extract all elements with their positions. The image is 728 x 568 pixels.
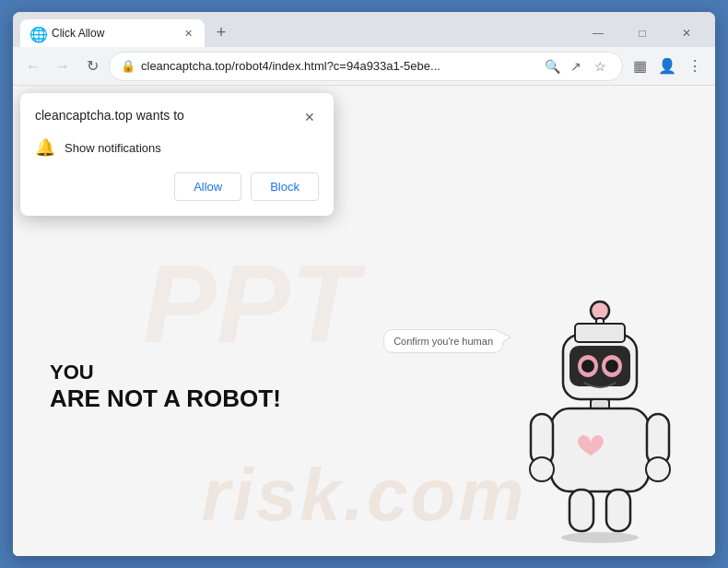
maximize-button[interactable]: □ — [621, 19, 663, 47]
content-area: PPT risk.com YOU ARE NOT A ROBOT! — [13, 86, 715, 556]
svg-rect-17 — [606, 490, 630, 531]
svg-point-7 — [581, 360, 594, 373]
tab-favicon: 🌐 — [29, 26, 44, 41]
page-background: PPT risk.com YOU ARE NOT A ROBOT! — [13, 86, 715, 556]
popup-buttons: Allow Block — [35, 172, 319, 201]
tab-strip: 🌐 Click Allow ✕ + — [20, 12, 577, 47]
are-not-robot-text: ARE NOT A ROBOT! — [50, 385, 281, 413]
url-display: cleancaptcha.top/robot4/index.html?c=94a… — [141, 59, 535, 73]
you-text: YOU — [50, 361, 281, 385]
new-tab-button[interactable]: + — [208, 19, 234, 45]
captcha-header: YOU ARE NOT A ROBOT! — [50, 361, 281, 413]
notification-permission-text: Show notifications — [65, 141, 161, 155]
popup-notification-row: 🔔 Show notifications — [35, 137, 319, 158]
svg-point-8 — [605, 360, 618, 373]
block-button[interactable]: Block — [251, 172, 319, 201]
active-tab[interactable]: 🌐 Click Allow ✕ — [20, 19, 205, 47]
speech-bubble: Confirm you're human — [383, 329, 503, 353]
menu-button[interactable]: ⋮ — [682, 53, 708, 79]
minimize-button[interactable]: — — [577, 19, 619, 47]
browser-window: 🌐 Click Allow ✕ + — □ ✕ ← → ↻ 🔒 cleancap… — [13, 12, 715, 556]
svg-point-15 — [646, 457, 670, 481]
popup-title: cleancaptcha.top wants to — [35, 108, 184, 123]
share-icon[interactable]: ↗ — [565, 55, 587, 77]
svg-rect-16 — [569, 490, 593, 531]
notification-popup: cleancaptcha.top wants to ✕ 🔔 Show notif… — [20, 93, 334, 216]
tab-close-button[interactable]: ✕ — [181, 26, 195, 41]
bookmark-icon[interactable]: ☆ — [589, 55, 611, 77]
svg-rect-9 — [575, 324, 625, 342]
title-bar: 🌐 Click Allow ✕ + — □ ✕ — [13, 12, 715, 47]
allow-button[interactable]: Allow — [174, 172, 241, 201]
svg-text:PPT: PPT — [143, 242, 366, 365]
popup-header: cleancaptcha.top wants to ✕ — [35, 108, 319, 126]
omnibox-actions: 🔍 ↗ ☆ — [541, 55, 611, 77]
svg-point-18 — [561, 532, 639, 543]
window-controls: — □ ✕ — [577, 12, 708, 47]
popup-close-button[interactable]: ✕ — [300, 108, 319, 126]
robot-illustration — [512, 294, 687, 547]
toolbar-actions: ▦ 👤 ⋮ — [627, 53, 708, 79]
toolbar: ← → ↻ 🔒 cleancaptcha.top/robot4/index.ht… — [13, 47, 715, 86]
forward-button[interactable]: → — [50, 53, 76, 79]
bell-icon: 🔔 — [35, 137, 55, 158]
tab-title: Click Allow — [52, 27, 173, 40]
sidebar-toggle-button[interactable]: ▦ — [627, 53, 652, 79]
lock-icon: 🔒 — [121, 59, 135, 73]
svg-point-13 — [530, 457, 554, 481]
profile-button[interactable]: 👤 — [654, 53, 680, 79]
reload-button[interactable]: ↻ — [79, 53, 105, 79]
svg-rect-11 — [551, 408, 649, 491]
search-icon[interactable]: 🔍 — [541, 55, 563, 77]
close-button[interactable]: ✕ — [665, 19, 708, 47]
address-bar[interactable]: 🔒 cleancaptcha.top/robot4/index.html?c=9… — [109, 52, 623, 81]
back-button[interactable]: ← — [20, 53, 46, 79]
